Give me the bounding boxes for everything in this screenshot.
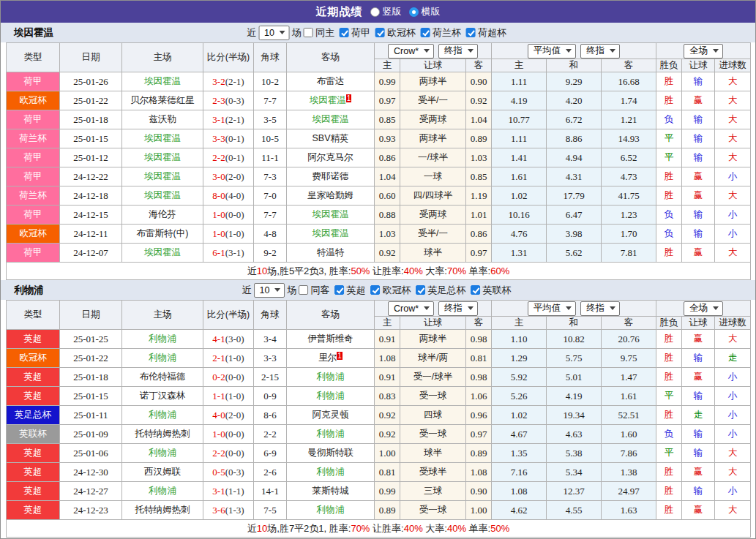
corner-count: 3-4 — [254, 330, 287, 349]
title-bar: 近期战绩 竖版 横版 — [1, 1, 755, 23]
league-label: 英联杯 — [482, 284, 511, 297]
handicap-odds-home: 1.04 — [375, 167, 400, 186]
layout-radio-vertical-label: 竖版 — [383, 5, 402, 18]
average-final-select[interactable]: 终指 — [580, 44, 620, 59]
result-goals: 大 — [715, 129, 751, 148]
match-date: 25-01-09 — [60, 425, 122, 444]
home-team: 埃因霍温 — [122, 148, 203, 167]
match-date: 24-12-22 — [60, 167, 122, 186]
odds-source-select[interactable]: Crow* — [388, 301, 434, 316]
team-name: 埃因霍温 — [14, 23, 53, 42]
same-venue-label: 同客 — [310, 284, 329, 297]
league-label: 欧冠杯 — [382, 284, 411, 297]
corner-count: 6-9 — [254, 444, 287, 463]
match-count-select[interactable]: 10 — [258, 26, 290, 40]
result-goals: 大 — [715, 110, 751, 129]
odds-final-select[interactable]: 终指 — [438, 301, 478, 316]
odds-source-group: Crow*终指 — [375, 43, 492, 59]
league-checkbox-英联杯[interactable] — [471, 285, 480, 295]
avg-home-odds: 4.76 — [492, 225, 547, 244]
handicap-line: 一球 — [400, 167, 466, 186]
handicap-line: 球半 — [400, 444, 466, 463]
average-final-select[interactable]: 终指 — [580, 301, 620, 316]
league-checkbox-英足总杯[interactable] — [416, 285, 425, 295]
avg-away-odds: 16.68 — [602, 72, 656, 91]
chevron-down-icon — [424, 306, 430, 310]
match-row: 欧冠杯24-12-11布雷斯特(中)1-0(1-0)4-8埃因霍温1.03受半/… — [7, 225, 751, 244]
away-team: 利物浦 — [287, 501, 375, 520]
league-checkbox-欧冠杯[interactable] — [370, 285, 380, 295]
handicap-line: 受半/一 — [400, 225, 466, 244]
result-handicap: 走 — [682, 406, 715, 425]
league-checkbox-荷甲[interactable] — [340, 28, 349, 37]
match-type: 英超 — [7, 501, 60, 520]
avg-draw-odds: 9.29 — [547, 72, 602, 91]
avg-home-odds: 1.41 — [492, 148, 547, 167]
avg-home-odds: 1.31 — [492, 244, 547, 263]
match-count-select[interactable]: 10 — [254, 283, 285, 298]
match-type: 欧冠杯 — [7, 91, 60, 110]
result-wdl: 胜 — [656, 406, 682, 425]
odds-source-select[interactable]: Crow* — [388, 44, 434, 59]
avg-draw-odds: 6.72 — [547, 110, 602, 129]
match-date: 25-01-25 — [60, 330, 122, 349]
avg-away-odds: 14.93 — [602, 129, 656, 148]
odds-final-select[interactable]: 终指 — [438, 44, 478, 59]
layout-radio-vertical[interactable]: 竖版 — [370, 5, 402, 18]
match-row: 英联杯25-01-09托特纳姆热刺1-0(0-0)2-2利物浦0.92受一球0.… — [7, 425, 751, 444]
summary-part: 场,胜7平2负1, 胜率: — [267, 523, 351, 534]
odds-source-select-value: Crow* — [394, 46, 419, 56]
half-time-score: (1-3) — [225, 505, 244, 516]
league-checkbox-英超[interactable] — [334, 285, 344, 295]
column-header: 角球 — [254, 43, 287, 72]
radio-off-icon[interactable] — [370, 7, 380, 17]
average-select[interactable]: 平均值 — [528, 301, 577, 316]
match-score: 3-3(0-1) — [203, 129, 254, 148]
handicap-line: 受一球 — [400, 501, 466, 520]
league-checkbox-荷兰杯[interactable] — [421, 28, 430, 37]
team-name: 利物浦 — [14, 280, 44, 300]
sections-container: 埃因霍温近10场同主荷甲欧冠杯荷兰杯荷超杯类型日期主场比分(半场)角球客场Cro… — [1, 23, 755, 538]
result-handicap: 赢 — [682, 91, 715, 110]
handicap-line: 四球 — [400, 406, 466, 425]
match-score: 3-1(2-1) — [203, 110, 254, 129]
column-header: 日期 — [60, 301, 122, 330]
avg-away-odds: 41.75 — [602, 186, 656, 206]
result-handicap: 输 — [682, 129, 715, 148]
league-checkbox-欧冠杯[interactable] — [375, 28, 385, 37]
match-date: 25-01-22 — [60, 349, 122, 368]
half-time-score: (3-0) — [225, 333, 244, 344]
half-time-score: (0-0) — [225, 429, 244, 440]
same-venue-checkbox[interactable] — [299, 285, 308, 295]
away-team: 皇家哈勤姆 — [287, 186, 375, 206]
sub-column-header: 让球 — [682, 59, 715, 72]
half-time-score: (3-1) — [225, 247, 244, 258]
scope-select[interactable]: 全场 — [684, 44, 723, 59]
corner-count: 2-15 — [254, 368, 287, 387]
average-group: 平均值终指 — [492, 301, 656, 317]
match-date: 24-12-15 — [60, 206, 122, 225]
radio-on-icon[interactable] — [409, 7, 419, 17]
layout-radio-horizontal[interactable]: 横版 — [409, 5, 441, 18]
avg-draw-odds: 4.63 — [547, 425, 602, 444]
handicap-line: 受两球 — [400, 206, 466, 225]
result-wdl: 胜 — [656, 72, 682, 91]
match-date: 24-12-11 — [60, 225, 122, 244]
match-row: 英超24-12-23托特纳姆热刺3-6(1-3)7-5利物浦0.89受一球1.0… — [7, 501, 751, 520]
corner-count: 3-3 — [254, 349, 287, 368]
chevron-down-icon — [468, 306, 474, 310]
scope-select[interactable]: 全场 — [684, 301, 723, 316]
same-venue-checkbox[interactable] — [304, 28, 313, 37]
scope-group: 全场 — [656, 43, 751, 59]
away-team: 利物浦 — [287, 425, 375, 444]
corner-count: 4-8 — [254, 225, 287, 244]
handicap-line: 受球半 — [400, 463, 466, 482]
match-date: 25-01-18 — [60, 110, 122, 129]
match-row: 英超25-01-06利物浦2-2(0-0)6-9曼彻斯特联1.00球半0.891… — [7, 444, 751, 463]
avg-home-odds: 4.19 — [492, 91, 547, 110]
average-select[interactable]: 平均值 — [528, 44, 577, 59]
avg-home-odds: 1.02 — [492, 406, 547, 425]
handicap-odds-home: 0.92 — [375, 244, 400, 263]
league-checkbox-荷超杯[interactable] — [466, 28, 476, 37]
avg-draw-odds: 12.37 — [547, 482, 602, 501]
